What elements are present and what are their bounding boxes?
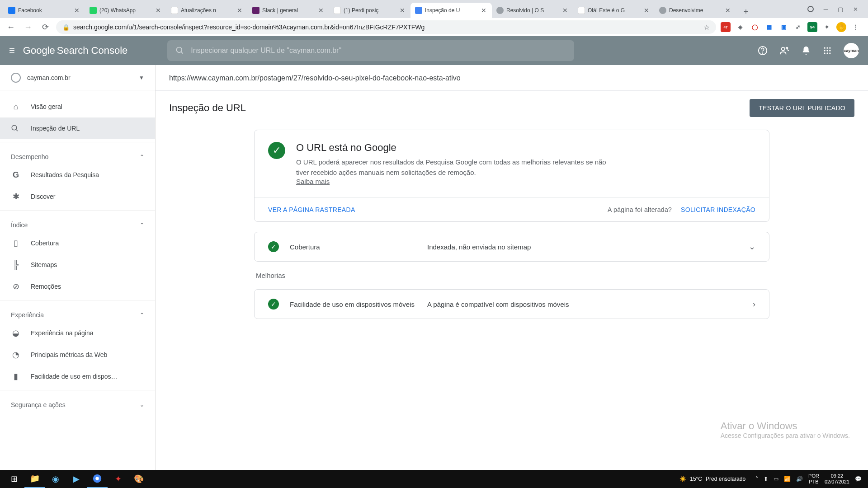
- close-icon[interactable]: ✕: [725, 7, 731, 14]
- record-icon[interactable]: [807, 6, 814, 12]
- forward-button[interactable]: →: [22, 21, 34, 33]
- sitemap-icon: ╠: [11, 260, 21, 270]
- sidebar-item-search-results[interactable]: G Resultados da Pesquisa: [0, 164, 155, 186]
- notifications-icon[interactable]: [801, 46, 811, 56]
- extension-icon[interactable]: ✋: [836, 22, 846, 32]
- start-button[interactable]: ⊞: [4, 470, 24, 488]
- tray-icon[interactable]: ⬆: [764, 476, 768, 482]
- close-icon[interactable]: ✕: [400, 7, 406, 14]
- chevron-down-icon: ⌄: [749, 242, 755, 252]
- sidebar-item-coverage[interactable]: ▯ Cobertura: [0, 232, 155, 254]
- minimize-icon[interactable]: ─: [824, 6, 828, 13]
- close-icon[interactable]: ✕: [156, 7, 162, 14]
- property-selector[interactable]: cayman.com.br ▼: [0, 65, 155, 90]
- tab-search-console[interactable]: Inspeção de U✕: [410, 3, 492, 18]
- account-avatar[interactable]: cayman: [844, 43, 859, 58]
- tab-whatsapp[interactable]: (20) WhatsApp✕: [85, 3, 166, 18]
- chrome-menu-icon[interactable]: ⋮: [851, 22, 861, 32]
- chevron-right-icon: ›: [753, 300, 755, 309]
- extension-icon[interactable]: ⤢: [793, 22, 803, 32]
- page-title: Inspeção de URL: [169, 102, 246, 114]
- close-icon[interactable]: ✕: [318, 7, 325, 14]
- extension-icon[interactable]: ▣: [778, 22, 788, 32]
- close-icon[interactable]: ✕: [481, 7, 487, 14]
- tab-updates[interactable]: Atualizações n✕: [166, 3, 248, 18]
- sidebar-item-mobile-usability[interactable]: ▮ Facilidade de uso em dispos…: [0, 366, 155, 387]
- svg-point-4: [782, 47, 785, 51]
- extension-icon[interactable]: 47: [721, 22, 731, 32]
- sidebar-item-core-web-vitals[interactable]: ◔ Principais métricas da Web: [0, 344, 155, 366]
- sidebar-item-removals[interactable]: ⊘ Remoções: [0, 276, 155, 297]
- tray-volume-icon[interactable]: 🔊: [796, 476, 803, 482]
- bookmark-icon[interactable]: ☆: [703, 23, 710, 32]
- view-crawled-page-button[interactable]: VER A PÁGINA RASTREADA: [268, 206, 355, 213]
- globe-icon: [11, 73, 21, 83]
- tray-wifi-icon[interactable]: 📶: [784, 476, 791, 482]
- back-button[interactable]: ←: [5, 21, 17, 33]
- address-bar[interactable]: 🔒 search.google.com/u/1/search-console/i…: [56, 20, 716, 34]
- svg-point-8: [829, 47, 830, 49]
- close-icon[interactable]: ✕: [644, 7, 650, 14]
- users-icon[interactable]: [779, 46, 789, 56]
- new-tab-button[interactable]: +: [740, 5, 752, 18]
- sidebar-section-index[interactable]: Índice⌃: [0, 213, 155, 232]
- tray-battery-icon[interactable]: ▭: [774, 476, 778, 482]
- maximize-icon[interactable]: ▢: [838, 6, 843, 13]
- menu-icon[interactable]: ≡: [9, 45, 15, 56]
- tab-notion[interactable]: (1) Perdi posiç✕: [329, 3, 410, 18]
- tray-notifications-icon[interactable]: 💬: [855, 476, 862, 482]
- taskbar-app[interactable]: ▶: [66, 470, 87, 488]
- extensions-menu-icon[interactable]: ✦: [822, 22, 832, 32]
- sidebar-item-page-experience[interactable]: ◒ Experiência na página: [0, 322, 155, 344]
- logo-google: Google: [23, 45, 55, 56]
- extension-icon[interactable]: ◯: [750, 22, 760, 32]
- taskbar-chrome[interactable]: [87, 470, 108, 488]
- sidebar-section-security[interactable]: Segurança e ações⌄: [0, 393, 155, 412]
- sidebar-section-performance[interactable]: Desempenho⌃: [0, 145, 155, 164]
- taskbar-app[interactable]: 🎨: [128, 470, 149, 488]
- close-window-icon[interactable]: ✕: [853, 6, 858, 13]
- close-icon[interactable]: ✕: [237, 7, 243, 14]
- request-indexing-button[interactable]: SOLICITAR INDEXAÇÃO: [681, 206, 755, 213]
- sidebar: cayman.com.br ▼ ⌂ Visão geral Inspeção d…: [0, 65, 156, 470]
- check-icon: ✓: [268, 142, 285, 159]
- taskbar-app[interactable]: ✦: [108, 470, 128, 488]
- tab-label: (1) Perdi posiç: [344, 7, 397, 14]
- tab-slack[interactable]: Slack | general✕: [248, 3, 329, 18]
- extension-icon[interactable]: ▦: [764, 22, 774, 32]
- svg-point-11: [829, 50, 830, 51]
- url-inspect-search[interactable]: [167, 40, 574, 61]
- tray-clock[interactable]: 09:22 02/07/2021: [825, 473, 849, 485]
- learn-more-link[interactable]: Saiba mais: [296, 178, 330, 185]
- sidebar-item-overview[interactable]: ⌂ Visão geral: [0, 96, 155, 117]
- taskbar-explorer[interactable]: 📁: [24, 470, 45, 488]
- coverage-value: Indexada, não enviada no sitemap: [427, 243, 738, 251]
- taskbar-steam[interactable]: ◉: [45, 470, 66, 488]
- test-live-url-button[interactable]: TESTAR O URL PUBLICADO: [750, 99, 854, 117]
- extension-icon[interactable]: 94: [807, 22, 817, 32]
- apps-icon[interactable]: [823, 46, 832, 55]
- tab-dev[interactable]: Desenvolvime✕: [655, 3, 736, 18]
- sidebar-item-label: Discover: [31, 193, 55, 200]
- help-icon[interactable]: [758, 46, 768, 56]
- coverage-card[interactable]: ✓ Cobertura Indexada, não enviada no sit…: [254, 232, 769, 262]
- search-input[interactable]: [191, 47, 566, 55]
- tab-ola[interactable]: Olá! Este é o G✕: [573, 3, 655, 18]
- logo[interactable]: Google Search Console: [23, 45, 128, 56]
- sidebar-item-sitemaps[interactable]: ╠ Sitemaps: [0, 254, 155, 276]
- close-icon[interactable]: ✕: [562, 7, 569, 14]
- reload-button[interactable]: ⟳: [39, 21, 52, 33]
- sidebar-item-url-inspection[interactable]: Inspeção de URL: [0, 117, 155, 139]
- tab-facebook[interactable]: Facebook✕: [4, 3, 85, 18]
- svg-point-6: [824, 47, 826, 49]
- tray-chevron-icon[interactable]: ˄: [755, 476, 758, 482]
- sidebar-item-discover[interactable]: ✱ Discover: [0, 186, 155, 207]
- tab-label: Olá! Este é o G: [588, 7, 641, 14]
- extension-icon[interactable]: ◈: [735, 22, 745, 32]
- taskbar-weather[interactable]: ☀️ 15°C Pred ensolarado: [679, 476, 745, 482]
- mobile-usability-card[interactable]: ✓ Facilidade de uso em dispositivos móve…: [254, 289, 769, 319]
- tray-language[interactable]: POR PTB: [808, 473, 819, 485]
- close-icon[interactable]: ✕: [74, 7, 80, 14]
- sidebar-section-experience[interactable]: Experiência⌃: [0, 303, 155, 322]
- tab-resolvido[interactable]: Resolvido | O S✕: [492, 3, 573, 18]
